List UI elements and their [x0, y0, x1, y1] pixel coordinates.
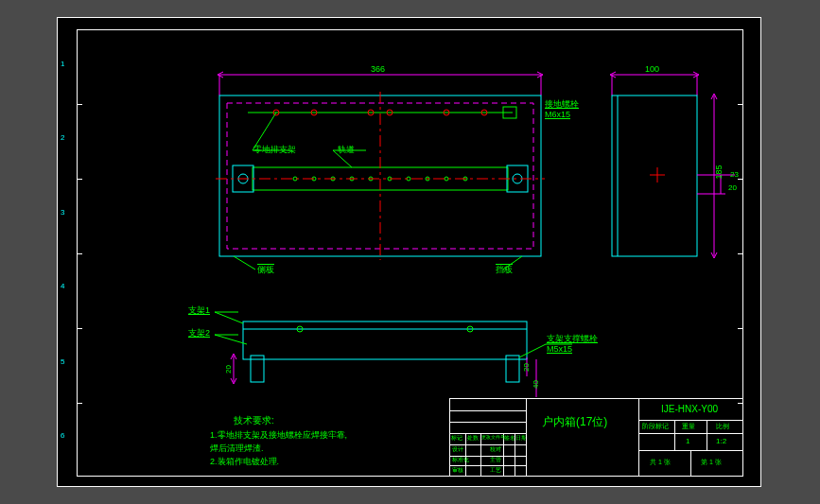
hdr-sig: 签名 [504, 434, 515, 443]
svg-rect-39 [612, 96, 697, 256]
hdr-zone: 处数 [467, 434, 479, 443]
title-block: 标记 处数 更改文件号 签名 日期 设计 标准化 审核 校对 主管 工艺 户内箱… [449, 398, 742, 476]
lbl-tech: 工艺 [490, 466, 501, 475]
tb-product: 户内箱(17位) [526, 399, 639, 477]
lbl-chief: 主管 [490, 456, 501, 464]
label-bracket2: 支架2 [188, 327, 210, 339]
lbl-standard: 标准化 [452, 456, 469, 464]
dim-185: 185 [714, 165, 724, 179]
note-1b: 焊后清理焊渣. [210, 443, 264, 455]
label-m5x15: M5x15 [547, 344, 572, 354]
drawing-code: IJE-HNX-Y00 [661, 404, 718, 414]
zone-4: 4 [61, 282, 64, 290]
label-side-plate: 侧板 [257, 264, 274, 276]
dim-23: 23 [730, 170, 739, 179]
dim-366: 366 [371, 64, 385, 74]
lbl-scale: 比例 [716, 422, 729, 431]
label-baffle: 挡板 [496, 264, 513, 276]
svg-line-54 [215, 312, 243, 323]
weight-val: 1 [686, 437, 689, 445]
dim-20c: 20 [522, 363, 531, 372]
sheet-total: 共 1 张 [650, 458, 671, 467]
scale-val: 1:2 [716, 437, 726, 445]
note-2: 2.装箱作电镀处理. [210, 456, 279, 468]
lbl-check: 校对 [490, 445, 501, 454]
lbl-weight: 重量 [682, 422, 695, 431]
svg-point-24 [445, 177, 448, 181]
label-rail: 轨道 [338, 144, 355, 156]
tb-revisions: 标记 处数 更改文件号 签名 日期 设计 标准化 审核 校对 主管 工艺 [450, 399, 526, 477]
note-1: 1.零地排支架及接地螺栓应焊接牢靠, [210, 429, 347, 442]
zone-2: 2 [61, 133, 64, 142]
inner-frame: 366 接地螺栓 M6x15 零地排支架 轨道 侧板 挡板 100 185 23… [77, 29, 743, 477]
svg-line-58 [519, 344, 546, 357]
tb-info: IJE-HNX-Y00 阶段标记 重量 比例 1 1:2 共 1 张 第 1 张 [638, 399, 742, 477]
svg-rect-48 [243, 322, 527, 359]
bottom-view [186, 303, 574, 407]
drawing-sheet: 366 接地螺栓 M6x15 零地排支架 轨道 侧板 挡板 100 185 23… [57, 17, 761, 487]
product-name: 户内箱(17位) [542, 414, 607, 430]
dim-20: 20 [728, 183, 737, 192]
dim-100: 100 [645, 64, 659, 74]
svg-line-34 [234, 256, 255, 269]
label-ground-bracket: 零地排支架 [253, 144, 296, 156]
dim-40: 40 [532, 380, 540, 389]
lbl-approve: 审核 [452, 466, 463, 475]
front-view [201, 63, 560, 271]
zone-1: 1 [61, 60, 64, 68]
dim-20b: 20 [224, 365, 233, 374]
zone-3: 3 [61, 208, 64, 217]
svg-line-56 [215, 335, 247, 344]
hdr-chg: 更改文件号 [481, 434, 505, 440]
zone-6: 6 [61, 431, 64, 440]
zone-5: 5 [61, 357, 64, 366]
label-bracket1: 支架1 [188, 304, 210, 317]
lbl-stage: 阶段标记 [642, 422, 669, 431]
notes-title: 技术要求: [234, 414, 274, 427]
hdr-mark: 标记 [451, 434, 462, 443]
sheet-page: 第 1 张 [701, 458, 722, 467]
label-m6x15: M6x15 [545, 110, 570, 119]
lbl-design: 设计 [452, 445, 463, 454]
